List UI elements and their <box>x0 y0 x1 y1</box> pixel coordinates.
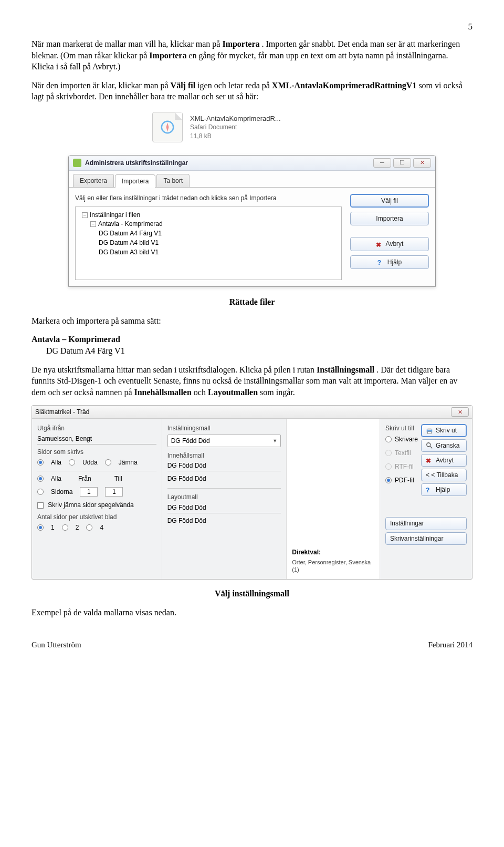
svg-point-4 <box>427 442 430 446</box>
lbl-alla-2: Alla <box>51 474 61 483</box>
maximize-button[interactable]: ☐ <box>393 158 411 168</box>
valj-fil-label: Välj fil <box>381 197 398 205</box>
tree-item[interactable]: DG Datum A4 bild V1 <box>99 238 337 247</box>
check-spegel[interactable] <box>37 502 44 509</box>
minimize-button[interactable]: ─ <box>373 158 391 168</box>
val-layout1: DG Född Död <box>167 503 281 513</box>
skriv-ut-button[interactable]: Skriv ut <box>421 424 467 437</box>
lbl-n2: 2 <box>76 523 79 532</box>
p2-bold-xml: XML-AntavlaKomprimeradRattningV1 <box>272 81 417 90</box>
panel-left: Utgå ifrån Samuelsson, Bengt Sidor som s… <box>32 419 162 579</box>
skriv-ut-label: Skriv ut <box>436 426 457 435</box>
footer: Gun Utterström Februari 2014 <box>32 639 472 650</box>
radio-textfil <box>385 450 392 456</box>
skrivarinst-label: Skrivarinställningar <box>390 534 443 543</box>
close-button[interactable]: ✕ <box>451 407 469 417</box>
input-till[interactable] <box>105 487 123 497</box>
antavla-item: DG Datum A4 Färg V1 <box>32 346 125 355</box>
settings-tree[interactable]: −Inställningar i filen −Antavla - Kompri… <box>75 206 342 280</box>
tillbaka-button[interactable]: < < Tillbaka <box>421 469 467 481</box>
tree-root[interactable]: Inställningar i filen <box>90 211 140 219</box>
lbl-alla: Alla <box>51 458 61 467</box>
radio-skrivare[interactable] <box>385 436 392 442</box>
tree-item[interactable]: DG Datum A4 Färg V1 <box>99 229 337 238</box>
lbl-sidor: Sidor som skrivs <box>37 448 156 456</box>
panel-preview: Direktval: Orter, Personregister, Svensk… <box>287 419 380 579</box>
markera-text: Markera och importera på samma sätt: <box>32 315 472 327</box>
p1-bold-importera: Importera <box>222 39 259 48</box>
radio-pdf[interactable] <box>385 477 392 483</box>
p3-g: som ingår. <box>260 388 295 397</box>
radio-sidorna[interactable] <box>37 489 44 495</box>
preview-area <box>292 424 374 545</box>
close-button[interactable]: ✕ <box>413 158 431 168</box>
file-summary: XML-AntavlaKomprimeradR... Safari Docume… <box>152 112 472 142</box>
lbl-skriv-ut-till: Skriv ut till <box>385 424 418 432</box>
chevron-down-icon: ▼ <box>272 438 277 444</box>
lbl-jamna: Jämna <box>119 458 138 467</box>
radio-n4[interactable] <box>86 524 92 531</box>
avbryt-label-2: Avbryt <box>436 456 454 464</box>
file-size: 11,8 kB <box>190 132 281 140</box>
importera-button[interactable]: Importera <box>350 212 429 225</box>
lbl-inst: Inställningsmall <box>167 424 281 432</box>
granska-button[interactable]: Granska <box>421 439 467 452</box>
select-installningsmall[interactable]: DG Född Död ▼ <box>167 435 281 447</box>
radio-udda[interactable] <box>69 459 75 466</box>
hjalp-button-2[interactable]: ?Hjälp <box>421 483 467 496</box>
avbryt-button-2[interactable]: ✖Avbryt <box>421 454 467 467</box>
lbl-skrivare: Skrivare <box>395 435 418 443</box>
help-icon: ? <box>426 486 433 493</box>
hjalp-button[interactable]: ?Hjälp <box>350 255 429 269</box>
radio-n1[interactable] <box>37 524 44 531</box>
hjalp-label: Hjälp <box>387 258 402 266</box>
file-info: XML-AntavlaKomprimeradR... Safari Docume… <box>190 114 281 140</box>
input-fran[interactable] <box>80 487 98 497</box>
svg-line-5 <box>430 446 432 448</box>
p1-bold-importera-2: Importera <box>149 51 186 60</box>
lbl-rtf: RTF-fil <box>395 462 414 471</box>
installningar-button[interactable]: Inställningar <box>385 517 467 530</box>
radio-alla-2[interactable] <box>37 476 44 482</box>
lbl-spegel: Skriv jämna sidor spegelvända <box>48 501 133 509</box>
granska-label: Granska <box>436 441 459 450</box>
p3-f: Layoutmallen <box>208 388 258 397</box>
tab-importera[interactable]: Importera <box>115 174 155 188</box>
lbl-pdf: PDF-fil <box>395 476 414 484</box>
avbryt-button[interactable]: ✖Avbryt <box>350 237 429 251</box>
person-name: Samuelsson, Bengt <box>37 435 156 445</box>
panel-mid: Inställningsmall DG Född Död ▼ Innehålls… <box>162 419 287 579</box>
skrivarinst-button[interactable]: Skrivarinställningar <box>385 532 467 545</box>
radio-jamna[interactable] <box>105 459 111 466</box>
compass-icon <box>160 119 175 135</box>
val-inne2: DG Född Död <box>167 474 281 489</box>
p2-text-c: igen och letar reda på <box>197 81 272 90</box>
tree-toggle-root[interactable]: − <box>82 212 88 218</box>
valj-fil-button[interactable]: Välj fil <box>350 194 429 208</box>
val-inne1: DG Född Död <box>167 461 281 471</box>
tree-group[interactable]: Antavla - Komprimerad <box>98 220 163 228</box>
tab-exportera[interactable]: Exportera <box>73 174 114 187</box>
tree-item[interactable]: DG Datum A3 bild V1 <box>99 247 337 257</box>
antavla-head: Antavla – Komprimerad <box>32 335 120 344</box>
p3-b: Inställningsmall <box>317 365 374 374</box>
lbl-direktval: Direktval: <box>292 548 374 556</box>
lbl-antal: Antal sidor per utskrivet blad <box>37 513 156 521</box>
paragraph-1: När man markerat de mallar man vill ha, … <box>32 38 472 73</box>
paragraph-3: De nya utskriftsmallarna hittar man seda… <box>32 364 472 398</box>
lbl-layout: Layoutmall <box>167 493 281 501</box>
radio-n2[interactable] <box>62 524 68 531</box>
avbryt-label: Avbryt <box>386 240 404 248</box>
cancel-icon: ✖ <box>426 457 433 464</box>
tab-ta-bort[interactable]: Ta bort <box>156 174 190 187</box>
dialog-administrera: Administrera utskriftsinställningar ─ ☐ … <box>68 155 436 287</box>
p3-e: och <box>194 388 208 397</box>
cancel-icon: ✖ <box>376 241 383 248</box>
lbl-till: Till <box>114 474 122 483</box>
radio-alla[interactable] <box>37 459 44 466</box>
p2-bold-valjfil: Välj fil <box>171 81 196 90</box>
lbl-udda: Udda <box>82 458 98 467</box>
document-icon <box>152 112 183 142</box>
lbl-n1: 1 <box>51 523 55 532</box>
tree-toggle-group[interactable]: − <box>90 221 96 227</box>
